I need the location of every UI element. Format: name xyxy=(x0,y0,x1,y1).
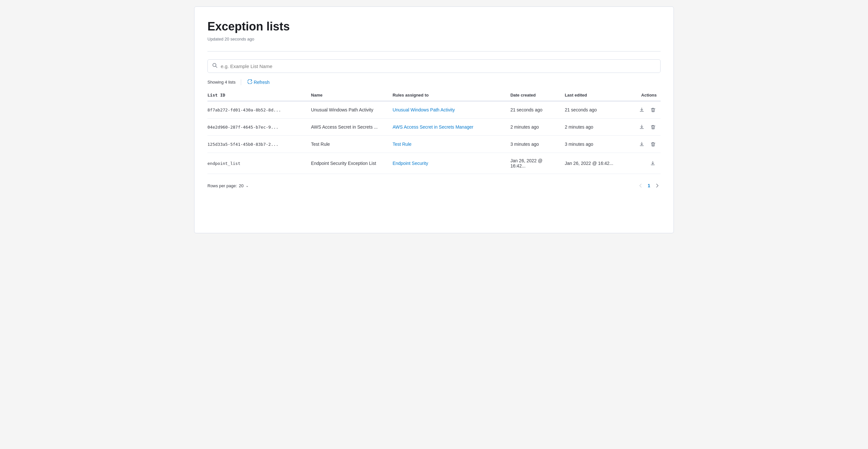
rules-link[interactable]: Test Rule xyxy=(393,141,411,147)
cell-date-created: 21 seconds ago xyxy=(506,101,561,119)
page-container: Exception lists Updated 20 seconds ago S… xyxy=(194,6,674,233)
download-button[interactable] xyxy=(638,124,646,130)
col-header-name: Name xyxy=(307,90,389,101)
search-icon xyxy=(212,63,217,69)
col-header-date-created: Date created xyxy=(506,90,561,101)
table-row: 125d33a5-5f41-45b0-83b7-2...Test RuleTes… xyxy=(208,136,660,153)
search-bar xyxy=(208,59,660,73)
actions-cell xyxy=(624,141,657,148)
rules-link[interactable]: Endpoint Security xyxy=(393,161,428,166)
cell-last-edited: Jan 26, 2022 @ 16:42... xyxy=(561,153,620,174)
cell-actions xyxy=(620,101,660,119)
svg-rect-5 xyxy=(651,165,655,165)
chevron-down-icon: ⌄ xyxy=(246,184,249,188)
col-header-last-edited: Last edited xyxy=(561,90,620,101)
svg-rect-4 xyxy=(640,146,644,146)
showing-count: Showing 4 lists xyxy=(208,80,236,85)
delete-button[interactable] xyxy=(650,124,657,130)
rows-per-page-label: Rows per page: xyxy=(208,183,237,188)
pagination-controls: 1 xyxy=(637,182,660,190)
col-header-rules: Rules assigned to xyxy=(389,90,506,101)
cell-actions xyxy=(620,153,660,174)
cell-last-edited: 3 minutes ago xyxy=(561,136,620,153)
table-row: 8f7ab272-fd01-430a-8b52-8d...Unusual Win… xyxy=(208,101,660,119)
current-page-number[interactable]: 1 xyxy=(645,182,653,190)
cell-name: AWS Access Secret in Secrets ... xyxy=(307,119,389,136)
download-button[interactable] xyxy=(638,141,646,148)
cell-actions xyxy=(620,119,660,136)
col-header-actions: Actions xyxy=(620,90,660,101)
cell-rules-assigned[interactable]: AWS Access Secret in Secrets Manager xyxy=(389,119,506,136)
table-header-row: List ID Name Rules assigned to Date crea… xyxy=(208,90,660,101)
cell-date-created: 2 minutes ago xyxy=(506,119,561,136)
cell-name: Endpoint Security Exception List xyxy=(307,153,389,174)
rules-link[interactable]: AWS Access Secret in Secrets Manager xyxy=(393,124,473,130)
prev-page-button[interactable] xyxy=(637,182,644,189)
cell-name: Test Rule xyxy=(307,136,389,153)
page-title: Exception lists xyxy=(208,20,660,33)
next-page-button[interactable] xyxy=(654,182,660,189)
cell-date-created: 3 minutes ago xyxy=(506,136,561,153)
cell-actions xyxy=(620,136,660,153)
exception-lists-table: List ID Name Rules assigned to Date crea… xyxy=(208,90,660,174)
actions-cell xyxy=(624,160,657,166)
cell-last-edited: 21 seconds ago xyxy=(561,101,620,119)
svg-rect-3 xyxy=(640,128,644,129)
updated-text: Updated 20 seconds ago xyxy=(208,37,660,41)
cell-rules-assigned[interactable]: Test Rule xyxy=(389,136,506,153)
cell-rules-assigned[interactable]: Endpoint Security xyxy=(389,153,506,174)
cell-name: Unusual Windows Path Activity xyxy=(307,101,389,119)
refresh-label: Refresh xyxy=(254,80,270,85)
download-button[interactable] xyxy=(638,106,646,113)
cell-list-id: 125d33a5-5f41-45b0-83b7-2... xyxy=(208,136,307,153)
cell-date-created: Jan 26, 2022 @ 16:42... xyxy=(506,153,561,174)
pagination-bar: Rows per page: 20 ⌄ 1 xyxy=(208,182,660,190)
delete-button[interactable] xyxy=(650,107,657,113)
col-header-list-id: List ID xyxy=(208,90,307,101)
toolbar-divider xyxy=(241,79,241,85)
table-row: endpoint_listEndpoint Security Exception… xyxy=(208,153,660,174)
cell-list-id: 04e2d960-287f-4645-b7ec-9... xyxy=(208,119,307,136)
svg-rect-2 xyxy=(640,111,644,112)
actions-cell xyxy=(624,124,657,130)
cell-last-edited: 2 minutes ago xyxy=(561,119,620,136)
cell-list-id: endpoint_list xyxy=(208,153,307,174)
download-button[interactable] xyxy=(649,160,657,166)
section-divider xyxy=(208,51,660,52)
toolbar: Showing 4 lists Refresh xyxy=(208,79,660,86)
svg-line-1 xyxy=(216,66,217,68)
cell-rules-assigned[interactable]: Unusual Windows Path Activity xyxy=(389,101,506,119)
search-input[interactable] xyxy=(221,64,656,69)
delete-button[interactable] xyxy=(650,141,657,148)
refresh-icon xyxy=(248,79,252,85)
cell-list-id: 8f7ab272-fd01-430a-8b52-8d... xyxy=(208,101,307,119)
table-wrapper: List ID Name Rules assigned to Date crea… xyxy=(208,90,660,174)
refresh-button[interactable]: Refresh xyxy=(246,79,271,86)
rules-link[interactable]: Unusual Windows Path Activity xyxy=(393,107,455,113)
table-row: 04e2d960-287f-4645-b7ec-9...AWS Access S… xyxy=(208,119,660,136)
actions-cell xyxy=(624,106,657,113)
rows-per-page-selector[interactable]: Rows per page: 20 ⌄ xyxy=(208,183,249,188)
rows-per-page-value: 20 xyxy=(239,183,243,188)
